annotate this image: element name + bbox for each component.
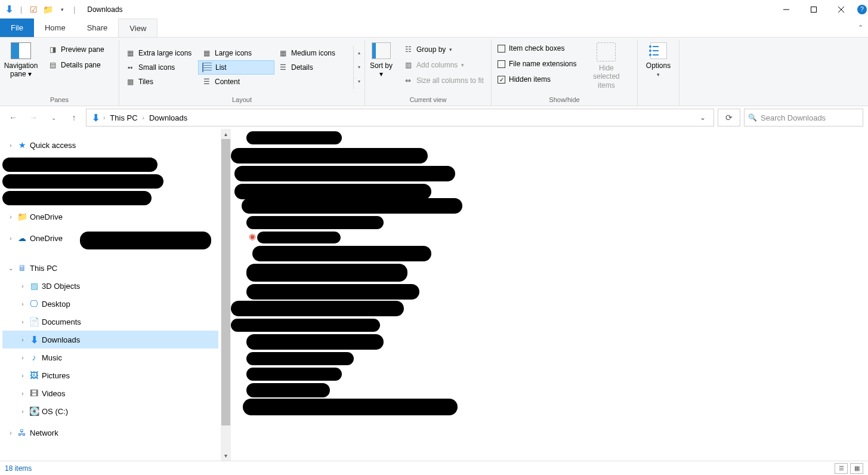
recent-locations-button[interactable]: ⌄: [45, 109, 62, 126]
videos-icon: 🎞: [29, 388, 39, 399]
qat-dropdown-icon[interactable]: ▾: [57, 4, 67, 15]
onedrive-cloud-icon: ☁: [17, 233, 27, 243]
tree-pictures[interactable]: › 🖼 Pictures: [2, 366, 218, 384]
file-name-extensions-toggle[interactable]: File name extensions: [494, 57, 580, 71]
item-check-boxes-toggle[interactable]: Item check boxes: [494, 41, 580, 55]
navigation-bar: ← → ⌄ ↑ ⬇ › This PC › Downloads ⌄ ⟳ 🔍: [0, 106, 868, 129]
expand-icon[interactable]: ›: [19, 319, 26, 325]
tree-this-pc[interactable]: ⌄ 🖥 This PC: [2, 259, 218, 277]
tree-onedrive[interactable]: › 📁 OneDrive: [2, 208, 218, 226]
tree-downloads[interactable]: › ⬇ Downloads: [2, 331, 218, 348]
navigation-tree[interactable]: › ★ Quick access › 📁 OneDrive › ☁ OneDri…: [0, 129, 221, 461]
address-dropdown-icon[interactable]: ⌄: [696, 113, 710, 122]
expand-icon[interactable]: ›: [19, 354, 26, 361]
checkbox-checked-icon: [498, 76, 505, 84]
svg-rect-1: [811, 7, 817, 12]
expand-icon[interactable]: ›: [7, 430, 14, 436]
tree-music[interactable]: › ♪ Music: [2, 348, 218, 366]
expand-icon[interactable]: ›: [19, 283, 26, 289]
separator: |: [18, 5, 24, 14]
sort-by-button[interactable]: Sort by ▾: [365, 40, 397, 81]
back-button[interactable]: ←: [5, 109, 21, 126]
layout-content[interactable]: ☰Content: [198, 75, 274, 89]
tab-share[interactable]: Share: [76, 18, 119, 37]
layout-medium-icons[interactable]: ▦Medium icons: [274, 46, 351, 60]
help-icon[interactable]: ?: [857, 5, 867, 14]
layout-scroll-down[interactable]: ▾: [354, 64, 364, 70]
preview-pane-button[interactable]: ◨ Preview pane: [44, 42, 108, 57]
layout-tiles[interactable]: ▦Tiles: [122, 75, 198, 89]
tree-os-c[interactable]: › 💽 OS (C:): [2, 402, 218, 420]
expand-icon[interactable]: ›: [19, 372, 26, 379]
tree-desktop[interactable]: › 🖵 Desktop: [2, 295, 218, 313]
checkbox-icon: [498, 60, 505, 68]
layout-more[interactable]: ▾: [354, 79, 364, 84]
layout-scroll-up[interactable]: ▴: [354, 50, 364, 55]
tree-documents[interactable]: › 📄 Documents: [2, 313, 218, 331]
expand-icon[interactable]: ›: [19, 337, 26, 343]
hidden-items-toggle[interactable]: Hidden items: [494, 72, 580, 87]
tree-3d-objects[interactable]: › ▨ 3D Objects: [2, 277, 218, 295]
options-button[interactable]: Options▾: [641, 40, 677, 81]
desktop-icon: 🖵: [29, 298, 39, 309]
search-input[interactable]: [761, 113, 861, 122]
thumbnails-view-button[interactable]: ▦: [850, 463, 863, 474]
layout-extra-large-icons[interactable]: ▦Extra large icons: [122, 46, 198, 60]
refresh-button[interactable]: ⟳: [718, 109, 740, 127]
group-label-layout: Layout: [119, 94, 365, 106]
expand-icon[interactable]: ›: [7, 214, 14, 220]
address-bar[interactable]: ⬇ › This PC › Downloads ⌄: [86, 109, 714, 127]
collapse-icon[interactable]: ⌄: [7, 265, 14, 272]
onedrive-icon: 📁: [17, 211, 27, 222]
folder-icon: 📁: [42, 4, 53, 15]
scroll-up-icon[interactable]: ▴: [221, 129, 231, 139]
breadcrumb-this-pc[interactable]: This PC: [107, 113, 140, 122]
content-icon: ☰: [202, 77, 211, 87]
add-columns-button: ▥Add columns ▾: [400, 58, 487, 72]
tab-file[interactable]: File: [0, 18, 34, 37]
icons-icon: ▪▪: [125, 63, 135, 72]
breadcrumb-downloads[interactable]: Downloads: [147, 113, 190, 122]
tree-network[interactable]: › 🖧 Network: [2, 424, 218, 442]
group-label-current-view: Current view: [365, 94, 491, 106]
scrollbar-thumb[interactable]: [221, 139, 230, 425]
tiles-icon: ▦: [125, 77, 135, 87]
expand-icon[interactable]: ›: [7, 142, 14, 149]
layout-list[interactable]: List: [198, 60, 274, 75]
up-button[interactable]: ↑: [66, 109, 82, 126]
details-view-button[interactable]: ☰: [835, 463, 848, 474]
chevron-right-icon[interactable]: ›: [103, 115, 105, 121]
expand-icon[interactable]: ›: [19, 390, 26, 397]
tree-quick-access[interactable]: › ★ Quick access: [2, 136, 218, 154]
downloads-icon: ⬇: [29, 334, 39, 345]
drive-icon: 💽: [29, 406, 39, 417]
size-all-columns-button: ⇔Size all columns to fit: [400, 73, 487, 88]
group-by-button[interactable]: ☷Group by ▾: [400, 42, 487, 57]
group-label-panes: Panes: [0, 94, 119, 106]
checkbox-icon: [498, 45, 505, 53]
tree-videos[interactable]: › 🎞 Videos: [2, 384, 218, 402]
details-pane-button[interactable]: ▤ Details pane: [44, 58, 108, 72]
expand-icon[interactable]: ›: [7, 235, 14, 242]
layout-small-icons[interactable]: ▪▪Small icons: [122, 60, 198, 75]
maximize-button[interactable]: [800, 0, 827, 18]
navigation-pane-icon: [11, 42, 31, 59]
chevron-right-icon[interactable]: ›: [143, 115, 144, 121]
hide-selected-icon: [597, 42, 616, 61]
ribbon-tabs: File Home Share View ⌃: [0, 18, 868, 38]
scroll-down-icon[interactable]: ▾: [221, 451, 231, 461]
search-box[interactable]: 🔍: [744, 109, 863, 127]
layout-large-icons[interactable]: ▦Large icons: [198, 46, 274, 60]
navigation-pane-button[interactable]: Navigation pane ▾: [0, 40, 42, 81]
properties-icon[interactable]: ☑: [28, 4, 39, 15]
expand-icon[interactable]: ›: [19, 408, 26, 415]
ribbon-collapse-icon[interactable]: ⌃: [858, 24, 863, 32]
tab-home[interactable]: Home: [34, 18, 76, 37]
expand-icon[interactable]: ›: [19, 301, 26, 307]
minimize-button[interactable]: [773, 0, 800, 18]
file-list[interactable]: ◉: [231, 129, 868, 461]
tab-view[interactable]: View: [118, 18, 157, 37]
layout-details[interactable]: ☰Details: [274, 60, 351, 75]
file-list-scrollbar[interactable]: ▴ ▾: [221, 129, 231, 461]
close-button[interactable]: [827, 0, 855, 18]
